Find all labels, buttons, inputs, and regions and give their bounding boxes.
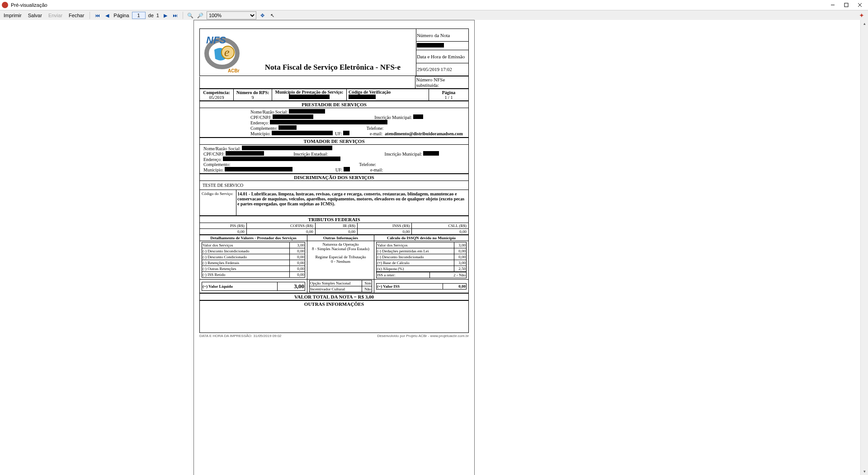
workspace: NFS e ACBr Nota Fiscal de Serviço Eletrô… (0, 20, 868, 475)
info-row: Competência:05/2019 Número do RPS:9 Muni… (199, 89, 469, 101)
det-iss-lbl: ISS a reter: (377, 272, 430, 278)
tom-tel-lbl: Telefone: (359, 162, 376, 167)
det-col1-title: Detalhamento de Valores - Prestador dos … (200, 235, 307, 241)
det-row-value: 0,00 (289, 254, 305, 260)
valor-liquido-lbl: (=) Valor Líquido (202, 282, 278, 290)
prest-mun-lbl: Município: (250, 131, 270, 136)
opc-simples-lbl: Opção Simples Nacional (310, 280, 362, 286)
inc-cultural-lbl: Incentivador Cultural (310, 286, 362, 292)
det-row-label: (-) Retenções Federais (202, 260, 290, 266)
first-page-icon[interactable]: ⏮ (94, 12, 101, 19)
valor-liquido-val: 3,00 (277, 282, 305, 290)
close-window-button[interactable] (854, 1, 866, 9)
last-page-icon[interactable]: ⏭ (172, 12, 179, 19)
prest-im-lbl: Inscrição Municipal: (374, 115, 412, 120)
prest-cpf-lbl: CPF/CNPJ: (250, 115, 272, 120)
prest-razao-lbl: Nome/Razão Social: (250, 109, 288, 114)
window-titlebar: Pré-visualização (0, 0, 868, 10)
footer-left: DATA E HORA DA IMPRESSÃO: 31/05/2019 09:… (199, 334, 282, 338)
app-icon (2, 2, 8, 8)
svg-text:e: e (224, 46, 230, 59)
prev-page-icon[interactable]: ◀ (104, 12, 111, 19)
csll-val: 0,00 (412, 229, 469, 235)
zoom-in-icon[interactable]: 🔍 (187, 12, 194, 19)
valor-iss-val: 0,00 (443, 283, 466, 289)
rps-value: 9 (252, 95, 254, 100)
cofins-lbl: COFINS (R$) (246, 223, 315, 229)
next-page-icon[interactable]: ▶ (162, 12, 169, 19)
svg-line-2 (858, 3, 862, 7)
vertical-scrollbar[interactable]: ▴ ▾ (860, 20, 868, 475)
tom-ie-lbl: Inscrição Estadual: (293, 152, 328, 157)
header-block2: Número NFSe substituída: (199, 76, 469, 89)
competencia-label: Competência: (203, 90, 230, 95)
tom-razao-lbl: Nome/Razão Social: (203, 146, 241, 151)
toolbar: Imprimir Salvar Enviar Fechar ⏮ ◀ Página… (0, 10, 868, 21)
prest-tel-lbl: Telefone: (367, 126, 384, 131)
pointer-tool-icon[interactable]: ↖ (269, 12, 276, 19)
det-row-label: (-) Desconto Incondicionado (202, 248, 290, 254)
tomador-title: TOMADOR DE SERVIÇOS (200, 138, 469, 145)
det-row-label: (-) Outras Retenções (202, 266, 290, 272)
page-input[interactable] (132, 12, 146, 19)
det-row-value: 2,50 (454, 266, 466, 272)
separator (183, 12, 183, 19)
save-button[interactable]: Salvar (26, 12, 44, 19)
page-label: Página (113, 13, 129, 18)
det-reg-val: 0 - Nenhum (309, 259, 372, 264)
inss-lbl: INSS (R$) (358, 223, 412, 229)
prest-compl-lbl: Complemento: (250, 126, 277, 131)
minimize-button[interactable] (826, 1, 839, 9)
print-button[interactable]: Imprimir (2, 12, 24, 19)
prest-email-value: atendimento@distribuidoramadsen.com (385, 131, 462, 136)
det-row-label: (x) Alíquota (%) (377, 266, 454, 272)
det-row-value: 3,00 (454, 242, 466, 248)
window-title: Pré-visualização (11, 2, 47, 8)
teste-servico: TESTE DE SERVICO (200, 181, 469, 190)
total-label: VALOR TOTAL DA NOTA = R$ 3,00 (200, 294, 469, 300)
send-button[interactable]: Enviar (47, 12, 64, 19)
data-emissao-label: Data e Hora de Emissão (416, 50, 468, 63)
det-row-value: 0,00 (289, 248, 305, 254)
scroll-down-icon[interactable]: ▾ (861, 468, 868, 475)
det-row-label: Valor dos Serviços (377, 242, 454, 248)
rps-label: Número do RPS: (236, 90, 269, 95)
det-row-value: 3,00 (454, 260, 466, 266)
det-row-value: 0,00 (454, 254, 466, 260)
pis-val: 0,00 (200, 229, 247, 235)
cofins-val: 0,00 (246, 229, 315, 235)
svg-text:NFS: NFS (206, 34, 226, 46)
data-emissao-value: 29/05/2019 17:02 (416, 63, 468, 76)
valor-iss-lbl: (=) Valor ISS (377, 283, 443, 289)
det-row-label: (-) Desconto Incondicionado (377, 254, 454, 260)
pagina-value: 1 / 1 (445, 95, 453, 100)
numero-nota-label: Número da Nota (416, 29, 468, 42)
zoom-select[interactable]: 100% (207, 11, 256, 19)
close-button[interactable]: Fechar (67, 12, 86, 19)
opc-simples-val: Sim (362, 280, 372, 286)
tom-end-lbl: Endereço: (203, 157, 222, 162)
nfse-logo-icon: NFS e ACBr (202, 31, 251, 74)
pis-lbl: PIS (R$) (200, 223, 247, 229)
cod-servico-lbl: Código do Serviço: (200, 190, 236, 216)
footer-right: Desenvolvido por Projeto ACBr - www.proj… (377, 334, 469, 338)
tom-cpf-lbl: CPF/CNPJ: (203, 152, 225, 157)
detalhamento-block: Detalhamento de Valores - Prestador dos … (199, 235, 469, 293)
scroll-up-icon[interactable]: ▴ (861, 20, 868, 27)
det-row-value: 3,00 (289, 242, 305, 248)
document-page: NFS e ACBr Nota Fiscal de Serviço Eletrô… (193, 20, 475, 475)
total-block: VALOR TOTAL DA NOTA = R$ 3,00 (199, 293, 469, 300)
det-row-value: 0,00 (289, 266, 305, 272)
tributos-block: TRIBUTOS FEDERAIS PIS (R$) COFINS (R$) I… (199, 216, 469, 235)
zoom-out-icon[interactable]: 🔎 (197, 12, 204, 19)
prest-email-lbl: e-mail: (370, 131, 382, 136)
det-row-label: (=) Base de Cálculo (377, 260, 454, 266)
maximize-button[interactable] (840, 1, 853, 9)
tom-email-lbl: e-mail: (370, 167, 383, 172)
det-row-value: 0,00 (454, 248, 466, 254)
move-tool-icon[interactable]: ✥ (259, 12, 266, 19)
inc-cultural-val: Não (362, 286, 372, 292)
document-title: Nota Fiscal de Serviço Eletrônica - NFS-… (251, 63, 414, 74)
page-footer: DATA E HORA DA IMPRESSÃO: 31/05/2019 09:… (199, 334, 469, 338)
page-total: 1 (156, 13, 159, 18)
